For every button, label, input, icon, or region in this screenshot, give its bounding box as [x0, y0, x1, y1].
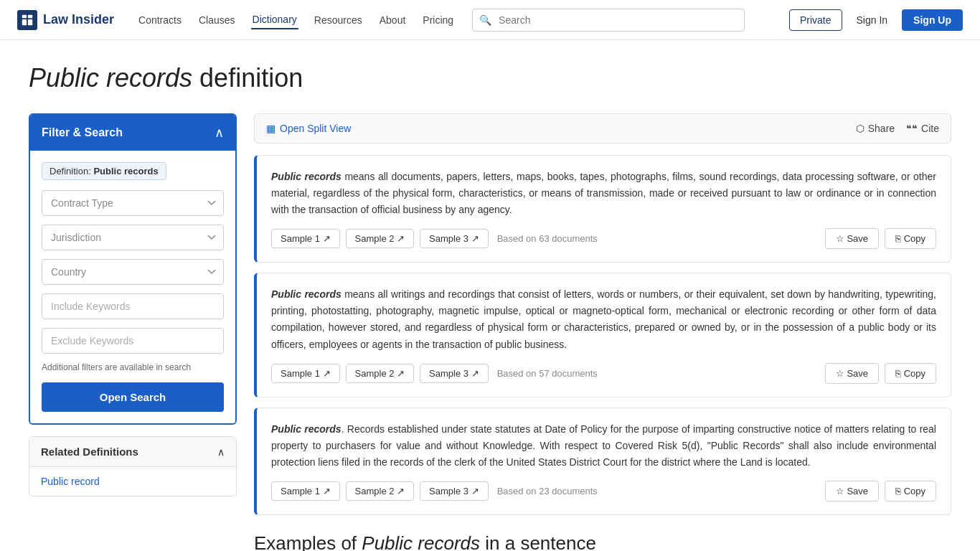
share-label: Share	[868, 123, 895, 134]
result-actions-3: ☆ Save⎘ Copy	[825, 481, 936, 501]
examples-section-title: Examples of Public records in a sentence	[254, 532, 951, 551]
open-search-button[interactable]: Open Search	[42, 382, 224, 412]
signup-button[interactable]: Sign Up	[902, 9, 963, 31]
svg-rect-3	[28, 19, 32, 25]
result-card-2: Public records means all writings and re…	[254, 273, 951, 397]
based-on-1: Based on 63 documents	[497, 233, 598, 244]
result-cards-container: Public records means all documents, pape…	[254, 155, 951, 515]
copy-button-1[interactable]: ⎘ Copy	[885, 228, 936, 249]
filter-tag-value: Public records	[93, 166, 158, 176]
cite-button[interactable]: ❝❝ Cite	[906, 123, 939, 134]
split-view-label: Open Split View	[280, 123, 351, 134]
filter-note: Additional filters are available in sear…	[42, 362, 224, 372]
country-select[interactable]: Country	[42, 259, 224, 285]
nav-about[interactable]: About	[378, 11, 407, 29]
nav-dictionary[interactable]: Dictionary	[251, 11, 298, 29]
page-title: Public records definition	[29, 63, 951, 93]
result-text-1: Public records means all documents, pape…	[271, 169, 936, 218]
examples-title-normal: in a sentence	[480, 532, 596, 551]
results-area: ▦ Open Split View ⬡ Share ❝❝ Cite Public…	[254, 113, 951, 551]
result-term-1: Public records	[271, 171, 341, 182]
copy-button-2[interactable]: ⎘ Copy	[885, 363, 936, 384]
filter-header-title: Filter & Search	[42, 126, 123, 139]
nav-right-actions: Private Sign In Sign Up	[789, 9, 963, 31]
cite-icon: ❝❝	[906, 123, 918, 134]
cite-label: Cite	[921, 123, 939, 134]
result-term-2: Public records	[271, 288, 341, 300]
chevron-up-icon: ∧	[215, 125, 224, 141]
sample-btn-1-1[interactable]: Sample 2 ↗	[346, 229, 415, 248]
filter-tag-prefix: Definition:	[50, 166, 91, 176]
related-definitions-box: Related Definitions ∧ Public record	[29, 436, 237, 496]
brand-icon	[17, 10, 37, 30]
nav-search-container: 🔍	[472, 9, 745, 32]
open-split-view-button[interactable]: ▦ Open Split View	[266, 123, 351, 134]
share-icon: ⬡	[856, 123, 864, 134]
related-chevron-up-icon: ∧	[217, 446, 225, 458]
copy-button-3[interactable]: ⎘ Copy	[885, 481, 936, 501]
nav-clauses[interactable]: Clauses	[197, 11, 237, 29]
filter-tag: Definition: Public records	[42, 162, 224, 190]
result-text-2: Public records means all writings and re…	[271, 286, 936, 352]
page-content: Public records definition Filter & Searc…	[0, 40, 980, 551]
result-card-3: Public records. Records established unde…	[254, 408, 951, 515]
signin-button[interactable]: Sign In	[849, 10, 895, 30]
sample-btn-3-2[interactable]: Sample 3 ↗	[420, 481, 489, 501]
sample-btn-3-1[interactable]: Sample 2 ↗	[346, 481, 415, 501]
jurisdiction-select[interactable]: Jurisdiction	[42, 225, 224, 250]
private-button[interactable]: Private	[789, 9, 842, 31]
result-footer-1: Sample 1 ↗Sample 2 ↗Sample 3 ↗Based on 6…	[271, 228, 936, 249]
filter-body: Definition: Public records Contract Type…	[30, 151, 235, 423]
brand-name: Law Insider	[43, 12, 114, 27]
main-layout: Filter & Search ∧ Definition: Public rec…	[29, 113, 951, 551]
result-term-3: Public records	[271, 423, 341, 435]
result-card-1: Public records means all documents, pape…	[254, 155, 951, 263]
result-actions-1: ☆ Save⎘ Copy	[825, 228, 936, 249]
sample-btn-2-0[interactable]: Sample 1 ↗	[271, 364, 340, 383]
related-header: Related Definitions ∧	[29, 437, 236, 467]
sample-btn-2-1[interactable]: Sample 2 ↗	[346, 364, 415, 383]
examples-title-italic: Public records	[362, 532, 480, 551]
related-header-title: Related Definitions	[41, 446, 138, 458]
based-on-3: Based on 23 documents	[497, 486, 598, 496]
save-button-3[interactable]: ☆ Save	[825, 481, 879, 501]
toolbar-right: ⬡ Share ❝❝ Cite	[856, 123, 939, 134]
nav-links: Contracts Clauses Dictionary Resources A…	[137, 11, 455, 29]
svg-rect-0	[22, 14, 27, 18]
share-button[interactable]: ⬡ Share	[856, 123, 895, 134]
sample-btn-2-2[interactable]: Sample 3 ↗	[420, 364, 489, 383]
based-on-2: Based on 57 documents	[497, 368, 598, 379]
result-actions-2: ☆ Save⎘ Copy	[825, 363, 936, 384]
save-button-2[interactable]: ☆ Save	[825, 363, 879, 384]
result-text-3: Public records. Records established unde…	[271, 421, 936, 471]
save-button-1[interactable]: ☆ Save	[825, 228, 879, 249]
navbar: Law Insider Contracts Clauses Dictionary…	[0, 0, 980, 40]
contract-type-select[interactable]: Contract Type	[42, 190, 224, 216]
search-input[interactable]	[472, 9, 745, 32]
examples-title-prefix: Examples of	[254, 532, 362, 551]
page-title-italic: Public records	[29, 63, 192, 93]
brand-logo[interactable]: Law Insider	[17, 10, 114, 30]
sidebar: Filter & Search ∧ Definition: Public rec…	[29, 113, 237, 496]
svg-rect-2	[22, 19, 27, 25]
related-body: Public record	[29, 467, 236, 496]
sample-btn-3-0[interactable]: Sample 1 ↗	[271, 481, 340, 501]
results-toolbar: ▦ Open Split View ⬡ Share ❝❝ Cite	[254, 113, 951, 143]
exclude-keywords-input[interactable]	[42, 328, 224, 354]
result-footer-2: Sample 1 ↗Sample 2 ↗Sample 3 ↗Based on 5…	[271, 363, 936, 384]
nav-pricing[interactable]: Pricing	[421, 11, 455, 29]
filter-header: Filter & Search ∧	[30, 115, 235, 151]
include-keywords-input[interactable]	[42, 293, 224, 319]
svg-rect-1	[28, 14, 32, 18]
page-title-normal: definition	[192, 63, 303, 93]
sample-btn-1-2[interactable]: Sample 3 ↗	[420, 229, 489, 248]
search-icon: 🔍	[479, 14, 491, 26]
split-view-icon: ▦	[266, 123, 275, 134]
nav-contracts[interactable]: Contracts	[137, 11, 183, 29]
nav-resources[interactable]: Resources	[313, 11, 364, 29]
filter-search-box: Filter & Search ∧ Definition: Public rec…	[29, 113, 237, 425]
result-footer-3: Sample 1 ↗Sample 2 ↗Sample 3 ↗Based on 2…	[271, 481, 936, 501]
sample-btn-1-0[interactable]: Sample 1 ↗	[271, 229, 340, 248]
related-link-public-record[interactable]: Public record	[41, 476, 100, 487]
